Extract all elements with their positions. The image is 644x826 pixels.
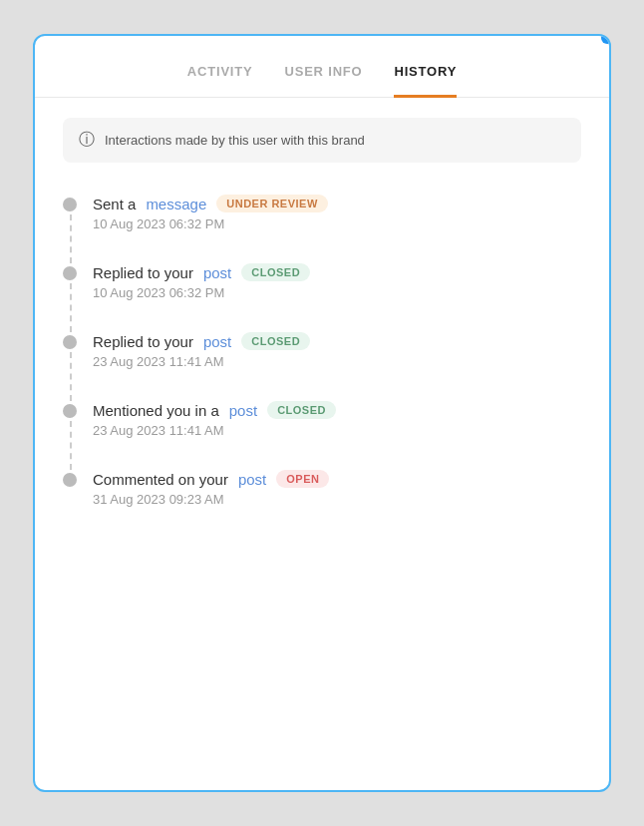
item-prefix: Sent a bbox=[93, 196, 136, 212]
main-card: ACTIVITY USER INFO HISTORY ⓘ Interaction… bbox=[33, 34, 611, 792]
item-content: Mentioned you in a post CLOSED 23 Aug 20… bbox=[93, 401, 581, 438]
status-badge: CLOSED bbox=[267, 401, 336, 419]
tab-user-info[interactable]: USER INFO bbox=[284, 64, 362, 98]
timeline-dot bbox=[63, 335, 77, 349]
tab-activity[interactable]: ACTIVITY bbox=[187, 64, 253, 98]
list-item: Replied to your post CLOSED 10 Aug 2023 … bbox=[63, 247, 581, 316]
item-date: 31 Aug 2023 09:23 AM bbox=[93, 492, 581, 507]
list-item: Mentioned you in a post CLOSED 23 Aug 20… bbox=[63, 385, 581, 454]
item-content: Sent a message UNDER REVIEW 10 Aug 2023 … bbox=[93, 195, 581, 231]
item-main: Mentioned you in a post CLOSED bbox=[93, 401, 581, 419]
info-banner: ⓘ Interactions made by this user with th… bbox=[63, 118, 581, 163]
info-icon: ⓘ bbox=[79, 130, 95, 151]
item-prefix: Replied to your bbox=[93, 333, 193, 350]
item-link[interactable]: post bbox=[203, 333, 231, 350]
tab-bar: ACTIVITY USER INFO HISTORY bbox=[35, 36, 609, 98]
list-item: Sent a message UNDER REVIEW 10 Aug 2023 … bbox=[63, 179, 581, 247]
status-badge: UNDER REVIEW bbox=[216, 195, 328, 212]
item-link[interactable]: post bbox=[229, 402, 257, 419]
item-link[interactable]: post bbox=[203, 264, 231, 281]
item-main: Sent a message UNDER REVIEW bbox=[93, 195, 581, 212]
timeline-dot bbox=[63, 266, 77, 280]
item-link[interactable]: post bbox=[238, 471, 266, 488]
item-main: Commented on your post OPEN bbox=[93, 470, 581, 488]
timeline: Sent a message UNDER REVIEW 10 Aug 2023 … bbox=[35, 171, 609, 547]
item-date: 10 Aug 2023 06:32 PM bbox=[93, 216, 581, 231]
item-content: Replied to your post CLOSED 23 Aug 2023 … bbox=[93, 332, 581, 369]
indicator-dot bbox=[601, 34, 611, 44]
item-prefix: Replied to your bbox=[93, 264, 193, 281]
item-date: 10 Aug 2023 06:32 PM bbox=[93, 285, 581, 300]
item-main: Replied to your post CLOSED bbox=[93, 332, 581, 350]
item-date: 23 Aug 2023 11:41 AM bbox=[93, 354, 581, 369]
status-badge: CLOSED bbox=[241, 332, 310, 350]
status-badge: CLOSED bbox=[241, 263, 310, 281]
list-item: Replied to your post CLOSED 23 Aug 2023 … bbox=[63, 316, 581, 385]
item-date: 23 Aug 2023 11:41 AM bbox=[93, 423, 581, 438]
timeline-dot bbox=[63, 473, 77, 487]
item-content: Commented on your post OPEN 31 Aug 2023 … bbox=[93, 470, 581, 507]
item-main: Replied to your post CLOSED bbox=[93, 263, 581, 281]
item-prefix: Commented on your bbox=[93, 471, 228, 488]
status-badge: OPEN bbox=[276, 470, 329, 488]
info-banner-text: Interactions made by this user with this… bbox=[105, 133, 365, 148]
timeline-dot bbox=[63, 198, 77, 211]
tab-history[interactable]: HISTORY bbox=[394, 64, 457, 98]
item-prefix: Mentioned you in a bbox=[93, 402, 219, 419]
item-link[interactable]: message bbox=[146, 196, 206, 212]
item-content: Replied to your post CLOSED 10 Aug 2023 … bbox=[93, 263, 581, 300]
timeline-dot bbox=[63, 404, 77, 418]
list-item: Commented on your post OPEN 31 Aug 2023 … bbox=[63, 454, 581, 523]
